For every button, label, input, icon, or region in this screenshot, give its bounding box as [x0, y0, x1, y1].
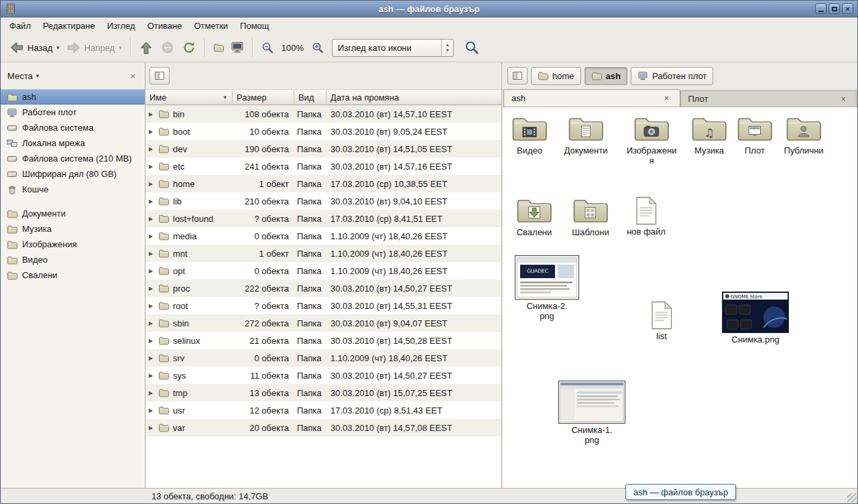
breadcrumb-label: ash — [606, 71, 621, 81]
table-row[interactable]: ▶etc241 обектаПапка30.03.2010 (вт) 14,57… — [145, 158, 501, 175]
folder-icon — [158, 387, 169, 398]
sidebar-item-filesystem[interactable]: Файлова система — [1, 120, 145, 135]
table-row[interactable]: ▶media0 обектаПапка1.10.2009 (чт) 18,40,… — [145, 227, 501, 245]
expander-icon[interactable]: ▶ — [149, 233, 158, 239]
menu-bookmarks[interactable]: Отметки — [188, 19, 234, 33]
table-row[interactable]: ▶lib210 обектаПапка30.03.2010 (вт) 9,04,… — [145, 192, 501, 210]
icon-item-snimka-1[interactable]: Снимка-1.png — [555, 381, 629, 445]
icon-item-documents[interactable]: Документи — [549, 115, 623, 156]
expander-icon[interactable]: ▶ — [149, 111, 158, 117]
sidebar-item-images[interactable]: Изображения — [1, 237, 145, 252]
table-row[interactable]: ▶lost+found? обектаПапка17.03.2010 (ср) … — [145, 210, 501, 227]
filesystem-root-button[interactable] — [149, 67, 170, 84]
table-row[interactable]: ▶boot10 обектаПапка30.03.2010 (вт) 9,05,… — [145, 123, 501, 140]
menu-view[interactable]: Изглед — [101, 19, 141, 33]
sidebar-item-local-network[interactable]: Локална мрежа — [1, 135, 145, 151]
table-row[interactable]: ▶srv0 обектаПапка1.10.2009 (чт) 18,40,26… — [145, 349, 501, 367]
table-row[interactable]: ▶sbin272 обектаПапка30.03.2010 (вт) 9,04… — [145, 314, 501, 332]
table-row[interactable]: ▶sys11 обектаПапка30.03.2010 (вт) 14,50,… — [145, 367, 501, 384]
sidebar-close-button[interactable]: × — [127, 70, 138, 82]
expander-icon[interactable]: ▶ — [149, 390, 158, 396]
forward-button[interactable]: Напред ▾ — [63, 38, 125, 58]
icon-item-public[interactable]: Публични — [767, 115, 841, 156]
expander-icon[interactable]: ▶ — [149, 425, 158, 431]
table-row[interactable]: ▶bin108 обектаПапка30.03.2010 (вт) 14,57… — [145, 105, 501, 123]
sidebar-item-music[interactable]: Музика — [1, 221, 145, 237]
sidebar-item-encrypted-80gb[interactable]: Шифриран дял (80 GB) — [1, 166, 145, 182]
table-row[interactable]: ▶dev190 обектаПапка30.03.2010 (вт) 14,51… — [145, 140, 501, 158]
maximize-button[interactable] — [829, 3, 840, 14]
expander-icon[interactable]: ▶ — [149, 268, 158, 274]
expander-icon[interactable]: ▶ — [149, 286, 158, 292]
expander-icon[interactable]: ▶ — [149, 251, 158, 257]
column-header-date[interactable]: Дата на промяна — [326, 89, 501, 105]
sidebar-dropdown-icon[interactable]: ▾ — [36, 72, 40, 79]
expander-icon[interactable]: ▶ — [149, 303, 158, 309]
table-row[interactable]: ▶proc222 обектаПапка30.03.2010 (вт) 14,5… — [145, 279, 501, 297]
table-row[interactable]: ▶tmp13 обектаПапка30.03.2010 (вт) 15,07,… — [145, 384, 501, 401]
search-button[interactable] — [462, 38, 482, 58]
sidebar-item-documents[interactable]: Документи — [1, 206, 145, 221]
expander-icon[interactable]: ▶ — [149, 338, 158, 344]
sidebar-item-desktop[interactable]: Работен плот — [1, 105, 145, 120]
sidebar-item-ash[interactable]: ash — [1, 89, 145, 105]
expander-icon[interactable]: ▶ — [149, 355, 158, 361]
menu-edit[interactable]: Редактиране — [37, 19, 101, 33]
view-mode-select[interactable]: Изглед като икони ▴ ▾ — [332, 39, 454, 57]
menu-help[interactable]: Помощ — [234, 19, 275, 33]
close-button[interactable]: × — [842, 3, 853, 14]
reload-button[interactable] — [178, 38, 200, 58]
icon-item-list[interactable]: list — [625, 301, 698, 342]
tab-ash[interactable]: ash× — [503, 89, 680, 107]
menu-go[interactable]: Отиване — [141, 19, 188, 33]
table-row[interactable]: ▶root? обектаПапка30.03.2010 (вт) 14,55,… — [145, 297, 501, 314]
expander-icon[interactable]: ▶ — [149, 181, 158, 187]
home-button[interactable] — [210, 40, 227, 56]
expander-icon[interactable]: ▶ — [149, 129, 158, 135]
expander-icon[interactable]: ▶ — [149, 320, 158, 326]
sidebar-item-trash[interactable]: Кошче — [1, 182, 145, 197]
zoom-out-button[interactable] — [257, 38, 278, 57]
table-row[interactable]: ▶mnt1 обектПапка1.10.2009 (чт) 18,40,26 … — [145, 245, 501, 262]
tab-close-button[interactable]: × — [838, 94, 849, 104]
breadcrumb-ash[interactable]: ash — [585, 67, 627, 85]
icon-item-snimka[interactable]: GNOME StoreСнимка.png — [719, 292, 792, 345]
sidebar-item-downloads[interactable]: Свалени — [1, 267, 145, 283]
table-row[interactable]: ▶var20 обектаПапка30.03.2010 (вт) 14,57,… — [145, 419, 501, 436]
resize-grip[interactable] — [847, 493, 857, 503]
forward-history-dropdown-icon[interactable]: ▾ — [119, 44, 122, 51]
expander-icon[interactable]: ▶ — [149, 146, 158, 152]
icon-item-new-file[interactable]: нов файл — [609, 196, 683, 237]
column-header-name[interactable]: Име▾ — [145, 89, 233, 105]
pathbar-root-button[interactable] — [507, 67, 528, 84]
icon-item-snimka-2[interactable]: GUADECСнимка-2.png — [510, 255, 584, 321]
expander-icon[interactable]: ▶ — [149, 407, 158, 414]
column-header-type[interactable]: Вид — [294, 89, 326, 105]
stop-button[interactable] — [157, 38, 178, 58]
tab-desktop[interactable]: Плот× — [680, 90, 857, 107]
sidebar-item-filesystem-210mb[interactable]: Файлова система (210 MB) — [1, 151, 145, 166]
back-button[interactable]: Назад ▾ — [6, 38, 63, 58]
tab-close-button[interactable]: × — [662, 94, 672, 103]
computer-button[interactable] — [227, 38, 247, 57]
breadcrumb-desktop[interactable]: Работен плот — [631, 67, 713, 85]
table-row[interactable]: ▶selinux21 обектаПапка30.03.2010 (вт) 14… — [145, 332, 501, 349]
expander-icon[interactable]: ▶ — [149, 216, 158, 222]
sidebar-title[interactable]: Места — [7, 71, 33, 81]
expander-icon[interactable]: ▶ — [149, 164, 158, 170]
minimize-button[interactable] — [815, 3, 826, 14]
expander-icon[interactable]: ▶ — [149, 198, 158, 204]
breadcrumb-home[interactable]: home — [531, 67, 581, 85]
table-row[interactable]: ▶home1 обектПапка17.03.2010 (ср) 10,38,5… — [145, 175, 501, 192]
zoom-in-button[interactable] — [308, 38, 328, 57]
back-history-dropdown-icon[interactable]: ▾ — [56, 44, 60, 51]
column-header-size[interactable]: Размер — [233, 89, 294, 105]
table-row[interactable]: ▶opt0 обектаПапка1.10.2009 (чт) 18,40,26… — [145, 262, 501, 279]
table-row[interactable]: ▶usr12 обектаПапка17.03.2010 (ср) 8,51,4… — [145, 401, 501, 419]
menu-file[interactable]: Файл — [3, 19, 37, 33]
cell-date: 30.03.2010 (вт) 9,05,24 EEST — [326, 127, 501, 137]
expander-icon[interactable]: ▶ — [149, 373, 158, 379]
sidebar-item-video[interactable]: Видео — [1, 252, 145, 267]
cell-size: 11 обекта — [233, 371, 294, 381]
up-button[interactable] — [135, 38, 157, 58]
